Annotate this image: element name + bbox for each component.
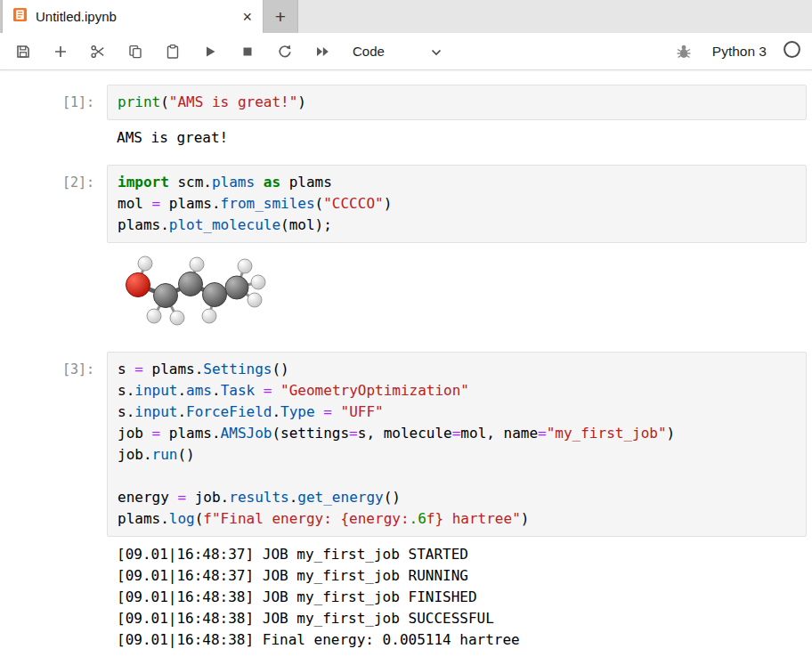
cell-output-row: AMS is great! — [0, 120, 812, 156]
kernel-idle-circle-icon — [783, 40, 801, 59]
notebook-cell: [3]:s = plams.Settings()s.input.ams.Task… — [0, 352, 812, 657]
cell-output-row — [0, 243, 812, 343]
output-line: [09.01|16:48:38] Final energy: 0.005114 … — [117, 629, 797, 651]
stop-icon — [240, 44, 256, 60]
output-line: AMS is great! — [117, 127, 797, 149]
save-icon — [15, 44, 31, 60]
notebook-file-icon — [12, 7, 28, 26]
paste-icon — [165, 44, 181, 60]
execution-count: [1]: — [0, 85, 100, 113]
cell-input-row: [1]:print("AMS is great!") — [0, 85, 812, 120]
kernel-name[interactable]: Python 3 — [712, 44, 767, 60]
code-block: s = plams.Settings()s.input.ams.Task = "… — [118, 359, 796, 530]
execution-count: [3]: — [0, 352, 100, 380]
notebook-toolbar: Code Python 3 — [0, 33, 812, 70]
output-line: [09.01|16:48:38] JOB my_first_job FINISH… — [117, 587, 797, 608]
chevron-down-icon — [431, 44, 442, 59]
kernel-status-indicator[interactable] — [783, 40, 801, 62]
notebook-cell: [2]:import scm.plams as plamsmol = plams… — [0, 165, 812, 343]
code-editor[interactable]: s = plams.Settings()s.input.ams.Task = "… — [107, 352, 807, 537]
cut-cells-button[interactable] — [85, 39, 110, 64]
output-prompt — [0, 537, 100, 544]
code-line: s.input.ForceField.Type = "UFF" — [118, 402, 796, 423]
cell-output: [09.01|16:48:37] JOB my_first_job STARTE… — [107, 537, 807, 657]
code-line: print("AMS is great!") — [118, 92, 796, 113]
cell-type-value: Code — [353, 44, 385, 59]
code-line: plams.log(f"Final energy: {energy:.6f} h… — [118, 508, 796, 530]
output-text: AMS is great! — [117, 127, 797, 149]
paste-cells-button[interactable] — [160, 39, 185, 64]
copy-icon — [127, 44, 143, 60]
debugger-button[interactable] — [671, 39, 696, 64]
code-line: import scm.plams as plams — [118, 172, 796, 193]
fast-forward-icon — [314, 44, 331, 60]
code-block: import scm.plams as plamsmol = plams.fro… — [118, 172, 796, 236]
run-cell-button[interactable] — [198, 39, 223, 64]
tab-title: Untitled.ipynb — [36, 9, 232, 24]
new-tab-button[interactable]: + — [264, 0, 297, 33]
toolbar-right-group: Python 3 — [671, 39, 801, 64]
cell-output: AMS is great! — [107, 120, 807, 156]
interrupt-kernel-button[interactable] — [235, 39, 260, 64]
code-line: plams.plot_molecule(mol); — [118, 215, 796, 236]
molecule-image — [117, 252, 266, 330]
output-prompt — [0, 243, 100, 250]
tab-untitled-ipynb[interactable]: Untitled.ipynb × — [2, 0, 264, 33]
plus-icon — [53, 44, 69, 60]
code-line: s.input.ams.Task = "GeometryOptimization… — [118, 380, 796, 402]
restart-icon — [277, 44, 293, 60]
code-line: mol = plams.from_smiles("CCCCO") — [118, 193, 796, 215]
code-editor[interactable]: print("AMS is great!") — [107, 85, 807, 120]
notebook-content: [1]:print("AMS is great!")AMS is great![… — [0, 70, 812, 657]
restart-run-all-button[interactable] — [310, 39, 335, 64]
insert-cell-button[interactable] — [48, 39, 73, 64]
code-line: job.run() — [118, 444, 796, 466]
run-icon — [202, 44, 218, 60]
tab-bar: Untitled.ipynb × + — [0, 0, 812, 33]
code-line — [118, 466, 796, 487]
cell-list: [1]:print("AMS is great!")AMS is great![… — [0, 85, 812, 657]
cell-input-row: [2]:import scm.plams as plamsmol = plams… — [0, 165, 812, 243]
cell-input-row: [3]:s = plams.Settings()s.input.ams.Task… — [0, 352, 812, 537]
output-text: [09.01|16:48:37] JOB my_first_job STARTE… — [117, 544, 797, 651]
cell-output-image — [107, 243, 807, 343]
save-button[interactable] — [11, 39, 36, 64]
code-line: energy = job.results.get_energy() — [118, 487, 796, 508]
tab-strip: Untitled.ipynb × + — [0, 0, 298, 33]
code-block: print("AMS is great!") — [118, 92, 796, 113]
output-line: [09.01|16:48:37] JOB my_first_job STARTE… — [117, 544, 797, 565]
code-editor[interactable]: import scm.plams as plamsmol = plams.fro… — [107, 165, 807, 243]
cell-type-dropdown[interactable]: Code — [347, 41, 447, 61]
bug-icon — [675, 43, 693, 61]
copy-cells-button[interactable] — [123, 39, 148, 64]
restart-kernel-button[interactable] — [272, 39, 297, 64]
notebook-cell: [1]:print("AMS is great!")AMS is great! — [0, 85, 812, 156]
output-prompt — [0, 120, 100, 127]
execution-count: [2]: — [0, 165, 100, 193]
scissors-icon — [90, 44, 106, 60]
tab-close-icon[interactable]: × — [240, 9, 254, 25]
code-line: s = plams.Settings() — [118, 359, 796, 380]
cell-output-row: [09.01|16:48:37] JOB my_first_job STARTE… — [0, 537, 812, 657]
code-line: job = plams.AMSJob(settings=s, molecule=… — [118, 423, 796, 444]
output-line: [09.01|16:48:37] JOB my_first_job RUNNIN… — [117, 565, 797, 587]
output-line: [09.01|16:48:38] JOB my_first_job SUCCES… — [117, 608, 797, 629]
app-window: Untitled.ipynb × + — [0, 0, 812, 657]
